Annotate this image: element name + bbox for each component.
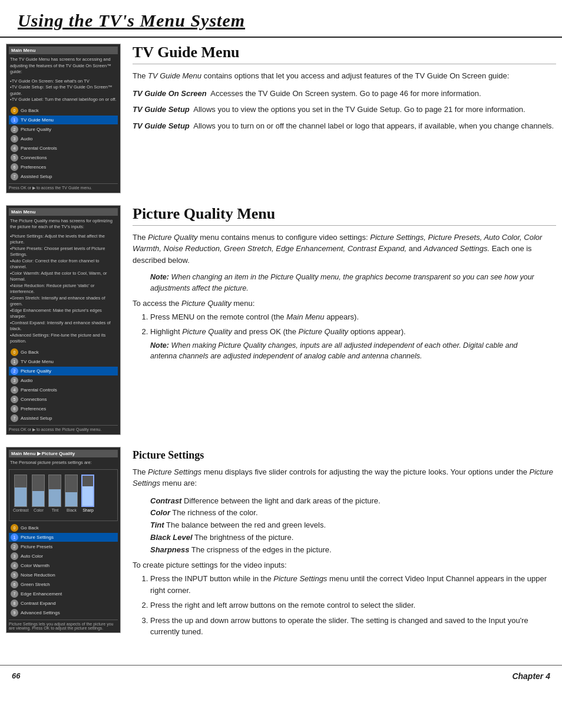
picture-quality-menu-image: Main Menu The Picture Quality menu has s… [6,205,121,435]
page-footer: 66 Chapter 4 [0,665,562,687]
pq-menu-list: 0Go Back 1TV Guide Menu 2Picture Quality… [9,348,118,423]
ps-step-1: Press the INPUT button while in the Pict… [150,573,556,596]
page-body: Main Menu The TV Guide Menu has screens … [0,44,562,659]
ps-step-2: Press the right and left arrow buttons o… [150,599,556,611]
tv-guide-menu-item-6: 6Preferences [9,163,118,172]
picture-settings-menu-image: Main Menu ▶ Picture Quality The Personal… [6,447,121,634]
tv-guide-intro: The TV Guide Menu contains options that … [133,70,556,82]
pq-menu-title-bar: Main Menu [9,208,118,216]
pq-menu-item-1: 1TV Guide Menu [9,357,118,366]
pq-menu-item-7: 7Assisted Setup [9,414,118,423]
ps-steps-intro: To create picture settings for the video… [133,561,556,569]
ps-step-3: Press the up and down arrow buttons to o… [150,615,556,638]
ps-menu-item-2: 2Picture Presets [9,542,118,551]
tv-guide-menu-item-4: 4Parental Controls [9,144,118,153]
picture-quality-content: Picture Quality Menu The Picture Quality… [133,205,556,367]
pq-menu-item-0: 0Go Back [9,348,118,357]
picture-quality-section-title: Picture Quality Menu [133,205,556,226]
pq-steps-list: Press MENU on the remote control (the Ma… [150,311,556,363]
tv-guide-item-3: TV Guide Setup Allows you to turn on or … [133,120,556,132]
tv-guide-menu-title-bar: Main Menu [9,47,118,54]
ps-intro: The Picture Settings menu displays five … [133,466,556,489]
tv-guide-menu-item-0: 0Go Back [9,106,118,115]
picture-quality-section: Main Menu The Picture Quality menu has s… [6,205,556,435]
ps-menu-description: The Personal picture presets settings ar… [9,460,118,466]
pq-menu-item-5: 5Connections [9,395,118,404]
picture-settings-subtitle: Picture Settings [133,449,556,462]
pq-note-2: Note: When making Picture Quality change… [150,340,538,363]
tv-guide-menu-description: The TV Guide Menu has screens for access… [9,57,118,75]
tv-guide-menu-item-3: 3Audio [9,134,118,143]
tv-guide-item-1: TV Guide On Screen Accesses the TV Guide… [133,88,556,100]
pq-menu-description: The Picture Quality menu has screens for… [9,218,118,230]
ps-menu-item-9: 9Advanced Settings [9,608,118,617]
ps-item-tint: Tint The balance between the red and gre… [150,519,538,532]
ps-menu-item-6: 6Green Stretch [9,580,118,589]
ps-item-color: Color The richness of the color. [150,507,538,519]
tv-guide-menu-list: 0Go Back 1TV Guide Menu 2Picture Quality… [9,106,118,181]
pq-menu-footer: Press OK or ▶ to access the Picture Qual… [9,425,118,432]
page-title: Using the TV's Menu System [18,11,544,31]
ps-menu-title-bar: Main Menu ▶ Picture Quality [9,450,118,457]
pq-menu-item-4: 4Parental Controls [9,386,118,394]
ps-menu-footer: Picture Settings lets you adjust aspects… [9,620,118,630]
pq-steps-intro: To access the Picture Quality menu: [133,299,556,308]
pq-step-1: Press MENU on the remote control (the Ma… [150,311,556,323]
ps-menu-item-5: 5Noise Reduction [9,571,118,579]
picture-settings-content: Picture Settings The Picture Settings me… [133,447,556,641]
slider-contrast: Contrast [13,475,28,512]
tv-guide-section-title: TV Guide Menu [133,44,556,64]
tv-guide-menu-image: Main Menu The TV Guide Menu has screens … [6,44,121,193]
tv-guide-menu-bullets: •TV Guide On Screen: See what's on TV •T… [9,78,118,103]
pq-step-2: Highlight Picture Quality and press OK (… [150,326,556,362]
slider-color: Color [32,475,45,512]
page-header: Using the TV's Menu System [0,0,562,38]
pq-menu-bullets: •Picture Settings: Adjust the levels tha… [9,233,118,345]
ps-item-black-level: Black Level The brightness of the pictur… [150,532,538,544]
tv-guide-menu-item-2: 2Picture Quality [9,125,118,134]
tv-guide-content: TV Guide Menu The TV Guide Menu contains… [133,44,556,136]
ps-menu-item-1: 1Picture Settings [9,533,118,542]
ps-item-contrast: Contrast Difference between the light an… [150,495,538,508]
slider-black-level: Black [65,475,78,512]
pq-note-1: Note: When changing an item in the Pictu… [150,272,538,294]
ps-menu-item-4: 4Color Warmth [9,561,118,570]
tv-guide-item-2: TV Guide Setup Allows you to view the op… [133,104,556,116]
slider-tint: Tint [48,475,61,512]
pq-menu-item-6: 6Preferences [9,404,118,413]
picture-settings-section: Main Menu ▶ Picture Quality The Personal… [6,447,556,641]
tv-guide-menu-item-5: 5Connections [9,153,118,162]
slider-sharpness: Sharp [81,475,94,512]
picture-settings-sliders: Contrast Color Tint [9,469,118,521]
ps-menu-item-8: 8Contrast Expand [9,599,118,608]
ps-menu-item-7: 7Edge Enhancement [9,589,118,598]
tv-guide-section: Main Menu The TV Guide Menu has screens … [6,44,556,193]
ps-menu-item-3: 3Auto Color [9,552,118,561]
slider-row: Contrast Color Tint [13,475,114,512]
ps-menu-item-0: 0Go Back [9,523,118,532]
tv-guide-menu-item-1: 1TV Guide Menu [9,116,118,124]
ps-items-list: Contrast Difference between the light an… [150,495,538,556]
pq-menu-item-2: 2Picture Quality [9,367,118,375]
ps-steps-list: Press the INPUT button while in the Pict… [150,573,556,638]
ps-item-sharpness: Sharpness The crispness of the edges in … [150,544,538,556]
tv-guide-menu-footer: Press OK or ▶ to access the TV Guide men… [9,183,118,190]
pq-intro: The Picture Quality menu contains menus … [133,232,556,266]
pq-menu-item-3: 3Audio [9,376,118,385]
footer-chapter-label: Chapter 4 [512,671,550,681]
ps-menu-list: 0Go Back 1Picture Settings 2Picture Pres… [9,523,118,617]
tv-guide-menu-item-7: 7Assisted Setup [9,172,118,181]
footer-page-number: 66 [12,671,20,680]
